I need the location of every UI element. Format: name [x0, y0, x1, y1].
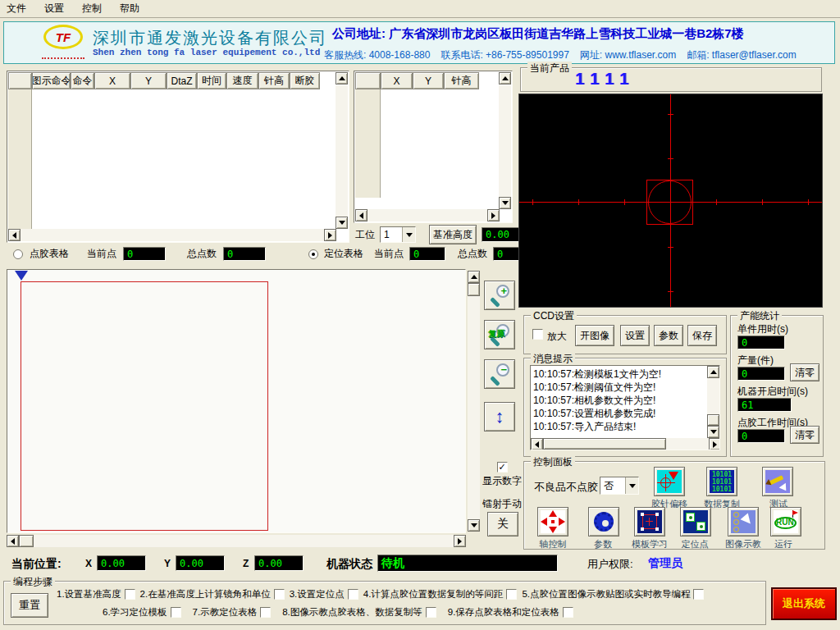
scroll-left-icon[interactable] — [7, 535, 19, 547]
step-checkbox[interactable] — [348, 589, 358, 600]
ccd-magnify-label: 放大 — [547, 330, 567, 344]
dispense-current-label: 当前点 — [87, 247, 116, 261]
ccd-set-button[interactable]: 设置 — [620, 325, 650, 346]
y-label: Y — [164, 558, 171, 569]
message-h-scrollbar[interactable] — [531, 438, 720, 450]
scroll-down-icon[interactable] — [707, 426, 719, 438]
defect-skip-label: 不良品不点胶 — [534, 480, 598, 495]
canvas-h-scrollbar[interactable] — [7, 535, 466, 547]
camera-view[interactable] — [518, 94, 823, 308]
step-checkbox[interactable] — [426, 607, 436, 618]
pan-view-button[interactable]: ↕ — [484, 402, 515, 431]
chevron-down-icon[interactable] — [625, 477, 638, 494]
exit-system-button[interactable]: 退出系统 — [771, 587, 837, 620]
scroll-left-icon[interactable] — [355, 209, 368, 221]
axis-control-icon — [541, 510, 565, 533]
parameters-button[interactable] — [588, 507, 619, 536]
scroll-right-icon[interactable] — [454, 535, 466, 547]
message-v-scrollbar[interactable] — [707, 366, 719, 438]
locate-point-button[interactable] — [680, 507, 711, 536]
col-needle[interactable]: 针高 — [444, 72, 479, 89]
scroll-down-icon[interactable] — [468, 519, 480, 532]
step-checkbox[interactable] — [506, 589, 517, 600]
station-value: 1 — [381, 227, 402, 242]
zoom-out-icon: − — [487, 363, 512, 386]
menu-help[interactable]: 帮助 — [120, 2, 139, 16]
col-cmd[interactable]: 命令 — [71, 72, 94, 89]
control-panel-group: 控制面板 不良品不点胶 否 胶针偏移 10101 10101 10101 数据复… — [523, 461, 825, 550]
template-learn-button[interactable] — [634, 507, 665, 536]
h-scrollbar[interactable] — [8, 229, 336, 241]
scroll-left-icon[interactable] — [8, 229, 21, 241]
col-time[interactable]: 时间 — [197, 72, 226, 89]
canvas-v-scrollbar[interactable] — [468, 271, 480, 532]
col-x[interactable]: X — [94, 72, 130, 89]
dispense-radio[interactable] — [13, 249, 23, 259]
scroll-up-icon[interactable] — [468, 271, 480, 283]
col-y[interactable]: Y — [413, 72, 444, 89]
ccd-open-image-button[interactable]: 开图像 — [575, 325, 614, 346]
col-y[interactable]: Y — [130, 72, 167, 89]
show-numbers-checkbox[interactable]: ✓ — [497, 462, 508, 472]
menu-file[interactable]: 文件 — [7, 2, 26, 16]
station-dropdown[interactable]: 1 — [380, 226, 416, 243]
menu-control[interactable]: 控制 — [82, 2, 102, 16]
reset-button[interactable]: 重置 — [11, 593, 48, 618]
scroll-right-icon[interactable] — [324, 229, 336, 241]
base-height-button[interactable]: 基准高度 — [429, 225, 477, 244]
col-select[interactable] — [8, 72, 32, 89]
scroll-up-icon[interactable] — [707, 366, 719, 378]
axis-control-button[interactable] — [537, 507, 568, 536]
ccd-magnify-checkbox[interactable] — [532, 329, 543, 340]
run-button[interactable]: RUN — [770, 507, 801, 536]
dispense-total-label: 总点数 — [187, 247, 217, 261]
col-dtaz[interactable]: DtaZ — [167, 72, 197, 89]
col-speed[interactable]: 速度 — [226, 72, 258, 89]
h-scrollbar[interactable] — [355, 209, 500, 221]
col-icon-cmd[interactable]: 图示命令 — [32, 72, 71, 89]
chevron-down-icon[interactable] — [402, 227, 415, 242]
step-checkbox[interactable] — [563, 607, 573, 618]
step-checkbox[interactable] — [693, 589, 704, 600]
v-scrollbar[interactable] — [336, 85, 348, 217]
output-clear-button[interactable]: 清零 — [790, 363, 819, 381]
defect-skip-dropdown[interactable]: 否 — [600, 477, 639, 495]
message-list[interactable]: 10:10:57:检测模板1文件为空! 10:10:57:检测阈值文件为空! 1… — [530, 365, 720, 450]
col-break[interactable]: 断胶 — [290, 72, 320, 89]
scroll-down-icon[interactable] — [499, 197, 511, 209]
station-label: 工位 — [355, 228, 375, 242]
scroll-right-icon[interactable] — [709, 438, 720, 450]
work-time-clear-button[interactable]: 清零 — [790, 426, 819, 444]
scroll-up-icon[interactable] — [499, 72, 511, 84]
zoom-out-button[interactable]: − — [484, 359, 515, 389]
ccd-save-button[interactable]: 保存 — [687, 325, 717, 346]
step-checkbox[interactable] — [171, 607, 181, 618]
needle-offset-button[interactable] — [654, 467, 685, 496]
col-needle[interactable]: 针高 — [258, 72, 290, 89]
data-copy-button[interactable]: 10101 10101 10101 — [706, 467, 737, 496]
ccd-param-button[interactable]: 参数 — [654, 325, 683, 346]
image-teach-button[interactable] — [728, 507, 759, 536]
machine-time-value: 61 — [737, 398, 792, 412]
scroll-left-icon[interactable] — [531, 438, 543, 450]
scroll-right-icon[interactable] — [487, 209, 500, 221]
step-checkbox[interactable] — [260, 607, 271, 618]
scroll-down-icon[interactable] — [336, 217, 348, 229]
menu-settings[interactable]: 设置 — [44, 2, 64, 16]
col-select[interactable] — [355, 72, 381, 89]
v-scrollbar[interactable] — [499, 85, 511, 197]
test-button[interactable] — [762, 467, 793, 496]
laser-manual-toggle-button[interactable]: 关 — [487, 512, 518, 536]
col-x[interactable]: X — [381, 72, 413, 89]
scroll-up-icon[interactable] — [336, 72, 348, 84]
zoom-in-button[interactable]: + — [484, 281, 515, 310]
machine-state-label: 机器状态 — [326, 557, 372, 572]
product-outline-rect — [21, 281, 268, 531]
parameters-icon — [594, 512, 614, 532]
step-checkbox[interactable] — [125, 589, 135, 600]
drawing-canvas[interactable] — [7, 269, 466, 533]
step-checkbox[interactable] — [274, 589, 285, 600]
locate-radio[interactable] — [308, 249, 318, 259]
restore-view-button[interactable]: 复原 — [484, 320, 515, 349]
company-logo: TF — [43, 25, 83, 49]
